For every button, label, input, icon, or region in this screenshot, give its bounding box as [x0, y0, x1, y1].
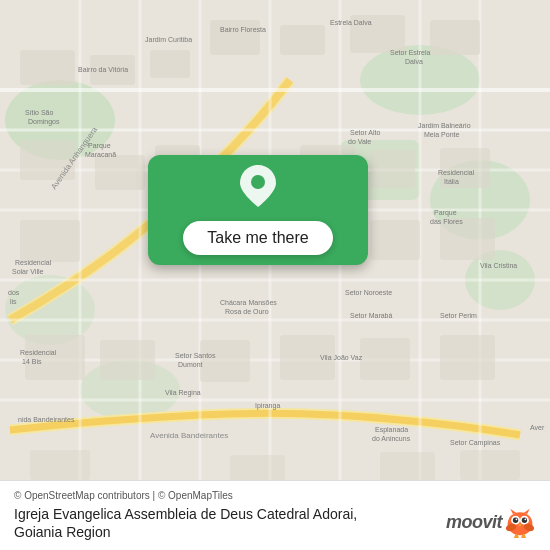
- svg-text:Estrela Dalva: Estrela Dalva: [330, 19, 372, 26]
- svg-text:Chácara Mansões: Chácara Mansões: [220, 299, 277, 306]
- svg-text:Setor Estrela: Setor Estrela: [390, 49, 431, 56]
- svg-point-102: [516, 518, 518, 520]
- svg-rect-23: [20, 50, 75, 85]
- svg-text:Avenida Bandeirantes: Avenida Bandeirantes: [150, 431, 228, 440]
- svg-rect-29: [430, 20, 480, 55]
- svg-text:Jardim Balneário: Jardim Balneário: [418, 122, 471, 129]
- svg-text:Vila Regina: Vila Regina: [165, 389, 201, 397]
- svg-text:Ipiranga: Ipiranga: [255, 402, 280, 410]
- location-name: Igreja Evangelica Assembleia de Deus Cat…: [14, 505, 394, 541]
- svg-rect-44: [360, 338, 410, 380]
- map-view: Avenida Anhanguera Avenida Bandeirantes …: [0, 0, 550, 480]
- svg-text:Itália: Itália: [444, 178, 459, 185]
- svg-rect-31: [95, 155, 145, 190]
- svg-text:Setor Alto: Setor Alto: [350, 129, 380, 136]
- svg-text:Setor Campinas: Setor Campinas: [450, 439, 501, 447]
- svg-text:Vila Cristina: Vila Cristina: [480, 262, 517, 269]
- svg-text:Aver: Aver: [530, 424, 545, 431]
- svg-text:Residencial: Residencial: [15, 259, 52, 266]
- info-bar: © OpenStreetMap contributors | © OpenMap…: [0, 480, 550, 550]
- svg-rect-36: [20, 220, 80, 262]
- attribution-text: © OpenStreetMap contributors | © OpenMap…: [14, 490, 536, 501]
- svg-text:Setor Noroeste: Setor Noroeste: [345, 289, 392, 296]
- svg-text:Meia Ponte: Meia Ponte: [424, 131, 460, 138]
- svg-text:Dalva: Dalva: [405, 58, 423, 65]
- button-overlay: Take me there: [148, 155, 368, 265]
- svg-text:14 Bis: 14 Bis: [22, 358, 42, 365]
- svg-rect-34: [370, 150, 415, 188]
- svg-text:do Vale: do Vale: [348, 138, 371, 145]
- svg-text:lis: lis: [10, 298, 17, 305]
- svg-text:Domingos: Domingos: [28, 118, 60, 126]
- svg-text:Setor Santos: Setor Santos: [175, 352, 216, 359]
- svg-text:Maracanã: Maracanã: [85, 151, 116, 158]
- svg-text:Setor Marabá: Setor Marabá: [350, 312, 393, 319]
- svg-rect-41: [100, 340, 155, 380]
- svg-text:Parque: Parque: [434, 209, 457, 217]
- svg-rect-25: [150, 50, 190, 78]
- svg-rect-27: [280, 25, 325, 55]
- svg-point-100: [513, 518, 518, 523]
- svg-text:Rosa de Ouro: Rosa de Ouro: [225, 308, 269, 315]
- svg-text:Residencial: Residencial: [438, 169, 475, 176]
- svg-rect-42: [200, 340, 250, 382]
- svg-text:Esplanada: Esplanada: [375, 426, 408, 434]
- svg-text:Solar Ville: Solar Ville: [12, 268, 43, 275]
- svg-marker-105: [524, 509, 530, 514]
- svg-point-101: [522, 518, 527, 523]
- svg-text:do Anincuns: do Anincuns: [372, 435, 411, 442]
- svg-rect-45: [440, 335, 495, 380]
- moovit-brand-text: moovit: [446, 512, 502, 533]
- svg-text:das Flores: das Flores: [430, 218, 463, 225]
- svg-text:Dumont: Dumont: [178, 361, 203, 368]
- svg-rect-46: [30, 450, 90, 480]
- svg-text:Sítio São: Sítio São: [25, 109, 54, 116]
- location-pin-icon: [240, 165, 276, 211]
- svg-text:Vila João Vaz: Vila João Vaz: [320, 354, 363, 361]
- svg-text:nida Bandeirantes: nida Bandeirantes: [18, 416, 75, 423]
- moovit-logo: moovit: [446, 506, 536, 538]
- svg-text:Bairro Floresta: Bairro Floresta: [220, 26, 266, 33]
- green-card: Take me there: [148, 155, 368, 265]
- svg-rect-49: [460, 450, 520, 480]
- svg-rect-38: [370, 220, 420, 260]
- svg-point-96: [251, 175, 265, 189]
- svg-text:Parque: Parque: [88, 142, 111, 150]
- svg-text:Setor Perim: Setor Perim: [440, 312, 477, 319]
- svg-marker-104: [510, 509, 516, 514]
- svg-point-103: [524, 518, 526, 520]
- svg-text:Residencial: Residencial: [20, 349, 57, 356]
- take-me-there-button[interactable]: Take me there: [183, 221, 332, 255]
- owl-icon: [504, 506, 536, 538]
- svg-rect-47: [230, 455, 285, 480]
- svg-text:Bairro da Vitória: Bairro da Vitória: [78, 66, 128, 73]
- svg-text:Jardim Curitiba: Jardim Curitiba: [145, 36, 192, 43]
- svg-text:dos: dos: [8, 289, 20, 296]
- svg-rect-48: [380, 452, 435, 480]
